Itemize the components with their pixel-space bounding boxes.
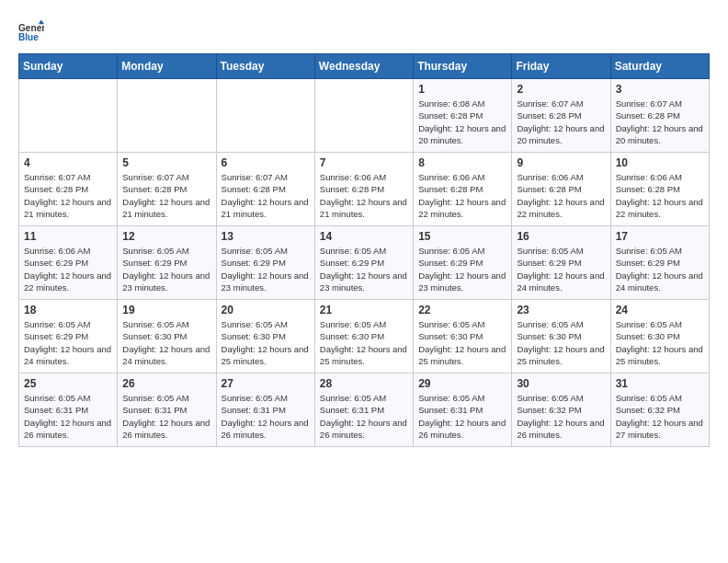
day-number: 26 (122, 377, 210, 390)
page-header: General Blue (18, 18, 710, 44)
day-number: 3 (616, 83, 704, 96)
day-number: 14 (320, 230, 408, 243)
day-info: Sunrise: 6:05 AMSunset: 6:31 PMDaylight:… (418, 392, 506, 441)
day-info: Sunrise: 6:07 AMSunset: 6:28 PMDaylight:… (517, 98, 605, 146)
day-cell: 27Sunrise: 6:05 AMSunset: 6:31 PMDayligh… (216, 373, 314, 447)
day-number: 7 (320, 156, 408, 169)
day-cell: 3Sunrise: 6:07 AMSunset: 6:28 PMDaylight… (610, 79, 709, 153)
day-info: Sunrise: 6:05 AMSunset: 6:29 PMDaylight:… (418, 245, 506, 293)
day-info: Sunrise: 6:05 AMSunset: 6:29 PMDaylight:… (122, 245, 210, 293)
day-number: 15 (418, 230, 506, 243)
day-cell: 21Sunrise: 6:05 AMSunset: 6:30 PMDayligh… (314, 300, 413, 373)
day-cell: 1Sunrise: 6:08 AMSunset: 6:28 PMDaylight… (414, 79, 512, 153)
day-number: 10 (616, 156, 704, 169)
day-number: 6 (222, 156, 310, 169)
header-row: SundayMondayTuesdayWednesdayThursdayFrid… (19, 54, 710, 79)
day-info: Sunrise: 6:05 AMSunset: 6:31 PMDaylight:… (24, 392, 112, 441)
week-row-5: 25Sunrise: 6:05 AMSunset: 6:31 PMDayligh… (19, 373, 710, 447)
day-number: 8 (418, 156, 506, 169)
day-info: Sunrise: 6:05 AMSunset: 6:30 PMDaylight:… (320, 318, 408, 367)
day-number: 25 (24, 377, 112, 390)
day-info: Sunrise: 6:05 AMSunset: 6:30 PMDaylight:… (222, 318, 310, 367)
day-info: Sunrise: 6:05 AMSunset: 6:32 PMDaylight:… (517, 392, 605, 441)
day-number: 24 (616, 304, 704, 316)
day-number: 18 (24, 304, 112, 316)
week-row-3: 11Sunrise: 6:06 AMSunset: 6:29 PMDayligh… (19, 226, 710, 300)
day-info: Sunrise: 6:05 AMSunset: 6:30 PMDaylight:… (517, 318, 605, 367)
day-number: 11 (24, 230, 112, 243)
day-cell (314, 79, 413, 153)
day-info: Sunrise: 6:05 AMSunset: 6:29 PMDaylight:… (616, 245, 704, 293)
day-info: Sunrise: 6:05 AMSunset: 6:29 PMDaylight:… (517, 245, 605, 293)
day-info: Sunrise: 6:05 AMSunset: 6:31 PMDaylight:… (222, 392, 310, 441)
day-cell: 20Sunrise: 6:05 AMSunset: 6:30 PMDayligh… (216, 300, 314, 373)
day-cell: 18Sunrise: 6:05 AMSunset: 6:29 PMDayligh… (19, 300, 118, 373)
day-cell: 29Sunrise: 6:05 AMSunset: 6:31 PMDayligh… (414, 373, 512, 447)
day-cell: 5Sunrise: 6:07 AMSunset: 6:28 PMDaylight… (118, 153, 216, 226)
col-header-thursday: Thursday (414, 54, 512, 79)
day-number: 12 (122, 230, 210, 243)
day-cell: 2Sunrise: 6:07 AMSunset: 6:28 PMDaylight… (512, 79, 610, 153)
day-info: Sunrise: 6:06 AMSunset: 6:28 PMDaylight:… (320, 171, 408, 220)
day-number: 28 (320, 377, 408, 390)
day-number: 9 (517, 156, 605, 169)
day-cell: 10Sunrise: 6:06 AMSunset: 6:28 PMDayligh… (610, 153, 709, 226)
col-header-tuesday: Tuesday (216, 54, 314, 79)
day-number: 22 (418, 304, 506, 316)
day-cell (216, 79, 314, 153)
day-cell: 4Sunrise: 6:07 AMSunset: 6:28 PMDaylight… (19, 153, 118, 226)
day-number: 5 (122, 156, 210, 169)
day-cell: 25Sunrise: 6:05 AMSunset: 6:31 PMDayligh… (19, 373, 118, 447)
day-number: 4 (24, 156, 112, 169)
col-header-monday: Monday (118, 54, 216, 79)
day-info: Sunrise: 6:05 AMSunset: 6:29 PMDaylight:… (222, 245, 310, 293)
day-info: Sunrise: 6:07 AMSunset: 6:28 PMDaylight:… (222, 171, 310, 220)
day-info: Sunrise: 6:05 AMSunset: 6:30 PMDaylight:… (418, 318, 506, 367)
day-cell: 11Sunrise: 6:06 AMSunset: 6:29 PMDayligh… (19, 226, 118, 300)
day-cell: 28Sunrise: 6:05 AMSunset: 6:31 PMDayligh… (314, 373, 413, 447)
day-info: Sunrise: 6:05 AMSunset: 6:32 PMDaylight:… (616, 392, 704, 441)
day-cell: 22Sunrise: 6:05 AMSunset: 6:30 PMDayligh… (414, 300, 512, 373)
day-number: 17 (616, 230, 704, 243)
day-cell: 26Sunrise: 6:05 AMSunset: 6:31 PMDayligh… (118, 373, 216, 447)
day-info: Sunrise: 6:07 AMSunset: 6:28 PMDaylight:… (24, 171, 112, 220)
day-number: 30 (517, 377, 605, 390)
day-cell: 8Sunrise: 6:06 AMSunset: 6:28 PMDaylight… (414, 153, 512, 226)
day-info: Sunrise: 6:06 AMSunset: 6:28 PMDaylight:… (418, 171, 506, 220)
day-cell: 7Sunrise: 6:06 AMSunset: 6:28 PMDaylight… (314, 153, 413, 226)
day-info: Sunrise: 6:05 AMSunset: 6:31 PMDaylight:… (320, 392, 408, 441)
day-cell: 14Sunrise: 6:05 AMSunset: 6:29 PMDayligh… (314, 226, 413, 300)
day-info: Sunrise: 6:05 AMSunset: 6:31 PMDaylight:… (122, 392, 210, 441)
day-number: 2 (517, 83, 605, 96)
day-number: 1 (418, 83, 506, 96)
col-header-sunday: Sunday (19, 54, 118, 79)
day-info: Sunrise: 6:06 AMSunset: 6:28 PMDaylight:… (616, 171, 704, 220)
day-number: 16 (517, 230, 605, 243)
svg-text:Blue: Blue (18, 32, 39, 42)
day-number: 20 (222, 304, 310, 316)
day-cell: 15Sunrise: 6:05 AMSunset: 6:29 PMDayligh… (414, 226, 512, 300)
day-info: Sunrise: 6:05 AMSunset: 6:29 PMDaylight:… (24, 318, 112, 367)
day-cell: 6Sunrise: 6:07 AMSunset: 6:28 PMDaylight… (216, 153, 314, 226)
day-info: Sunrise: 6:06 AMSunset: 6:29 PMDaylight:… (24, 245, 112, 293)
day-cell: 12Sunrise: 6:05 AMSunset: 6:29 PMDayligh… (118, 226, 216, 300)
day-info: Sunrise: 6:07 AMSunset: 6:28 PMDaylight:… (122, 171, 210, 220)
day-cell: 23Sunrise: 6:05 AMSunset: 6:30 PMDayligh… (512, 300, 610, 373)
day-cell (118, 79, 216, 153)
day-cell (19, 79, 118, 153)
day-info: Sunrise: 6:05 AMSunset: 6:30 PMDaylight:… (616, 318, 704, 367)
week-row-1: 1Sunrise: 6:08 AMSunset: 6:28 PMDaylight… (19, 79, 710, 153)
day-number: 31 (616, 377, 704, 390)
svg-marker-2 (39, 20, 44, 25)
logo: General Blue (18, 18, 44, 44)
day-number: 21 (320, 304, 408, 316)
day-info: Sunrise: 6:05 AMSunset: 6:29 PMDaylight:… (320, 245, 408, 293)
day-info: Sunrise: 6:08 AMSunset: 6:28 PMDaylight:… (418, 98, 506, 146)
col-header-saturday: Saturday (610, 54, 709, 79)
day-number: 29 (418, 377, 506, 390)
day-number: 27 (222, 377, 310, 390)
calendar-table: SundayMondayTuesdayWednesdayThursdayFrid… (18, 53, 710, 447)
day-cell: 19Sunrise: 6:05 AMSunset: 6:30 PMDayligh… (118, 300, 216, 373)
day-cell: 30Sunrise: 6:05 AMSunset: 6:32 PMDayligh… (512, 373, 610, 447)
generalblue-logo-icon: General Blue (18, 18, 44, 44)
